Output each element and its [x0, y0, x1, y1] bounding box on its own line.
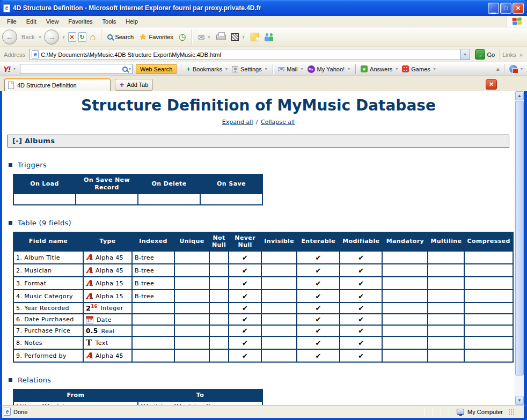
cell-multiline — [428, 314, 464, 325]
cell-compressed — [464, 290, 513, 303]
mail-button[interactable]: ✉ ▾ — [196, 32, 213, 42]
menu-favorites[interactable]: Favorites — [63, 17, 97, 26]
cell-field-name: 4. Music Category — [13, 290, 83, 303]
yahoo-mail-button[interactable]: ✉ Mail ▾ — [278, 65, 304, 73]
add-tab-button[interactable]: + Add Tab — [115, 79, 153, 91]
answers-button[interactable]: ∗ Answers ▾ — [361, 65, 399, 72]
search-icon — [122, 67, 128, 72]
history-button[interactable]: ◷ — [177, 32, 188, 42]
search-dropdown-icon[interactable]: ▾ — [129, 67, 131, 71]
address-input[interactable]: e C:\My Documents\MyMusic.4DB Structure … — [30, 49, 470, 60]
chevron-down-icon: ▾ — [464, 52, 466, 57]
links-bar[interactable]: Links » — [500, 49, 525, 61]
maximize-button[interactable]: □ — [500, 3, 511, 14]
my-yahoo-dropdown-icon[interactable]: ▾ — [348, 67, 350, 71]
web-search-button[interactable]: Web Search — [136, 64, 177, 74]
settings-button[interactable]: Settings ▾ — [232, 66, 268, 72]
trigger-cell — [200, 194, 262, 205]
vertical-scrollbar[interactable]: ▲ ▼ — [515, 91, 524, 405]
cell-modifiable: ✔ — [340, 264, 382, 277]
address-dropdown-button[interactable]: ▾ — [460, 49, 470, 60]
table-row: 4. Music Category AAlpha 15 B-tree ✔ ✔ ✔ — [13, 290, 513, 303]
type-label: Date — [97, 316, 112, 323]
forward-dropdown-icon[interactable]: ▾ — [62, 35, 64, 40]
forward-button[interactable]: → — [44, 30, 59, 45]
answers-dropdown-icon[interactable]: ▾ — [396, 67, 398, 71]
close-button[interactable]: ✕ — [513, 3, 524, 14]
tab-4d-structure-definition[interactable]: 4D Structure Definition — [4, 78, 111, 91]
yahoo-dropdown-icon[interactable]: ▾ — [13, 67, 16, 71]
games-button[interactable]: Games ▾ — [402, 65, 436, 72]
favorites-button[interactable]: ★ Favorites — [137, 32, 175, 42]
menu-help[interactable]: Help — [121, 17, 143, 26]
cell-never-null: ✔ — [229, 290, 261, 303]
bookmarks-button[interactable]: + Bookmarks ▾ — [186, 65, 229, 73]
cell-multiline — [428, 303, 464, 314]
search-button[interactable]: Search — [106, 33, 135, 41]
home-button[interactable]: ⌂ — [89, 31, 98, 43]
scroll-down-button[interactable]: ▼ — [515, 396, 524, 405]
bookmarks-dropdown-icon[interactable]: ▾ — [225, 67, 228, 71]
menu-edit[interactable]: Edit — [21, 17, 41, 26]
cell-multiline — [428, 336, 464, 349]
relations-heading: Relations — [9, 376, 515, 384]
pdf-dropdown-icon[interactable]: ▾ — [521, 67, 523, 71]
cell-invisible — [261, 314, 297, 325]
resize-grip[interactable] — [508, 409, 515, 415]
expand-all-link[interactable]: Expand all — [222, 119, 253, 126]
my-yahoo-button[interactable]: My My Yahoo! ▾ — [308, 65, 352, 73]
yahoo-logo-button[interactable]: Y! ▾ — [3, 64, 17, 73]
minimize-button[interactable]: ▁ — [488, 3, 499, 14]
cell-enterable: ✔ — [297, 290, 340, 303]
go-button[interactable]: → Go — [473, 49, 497, 60]
cell-modifiable: ✔ — [340, 336, 382, 349]
mail-dropdown-icon[interactable]: ▾ — [301, 67, 303, 71]
title-bar[interactable]: e 4D Structure Definition - Microsoft In… — [0, 0, 527, 16]
cell-not-null — [209, 264, 229, 277]
scroll-up-button[interactable]: ▲ — [515, 91, 524, 100]
answers-icon: ∗ — [361, 65, 368, 72]
menu-view[interactable]: View — [41, 17, 64, 26]
cell-modifiable: ✔ — [340, 314, 382, 325]
bookmarks-label: Bookmarks — [193, 66, 222, 72]
edit-dropdown-icon[interactable]: ▾ — [242, 35, 244, 40]
back-button[interactable]: ← — [2, 30, 17, 45]
back-dropdown-icon[interactable]: ▾ — [39, 35, 41, 40]
notes-button[interactable] — [249, 32, 261, 42]
games-dropdown-icon[interactable]: ▾ — [434, 67, 436, 71]
cell-enterable: ✔ — [297, 264, 340, 277]
column-header: Never Null — [229, 232, 261, 252]
cell-never-null: ✔ — [229, 277, 261, 290]
table-row: 1. Album Title AAlpha 45 B-tree ✔ ✔ ✔ — [13, 251, 513, 264]
cell-never-null: ✔ — [229, 251, 261, 264]
scrollbar-track[interactable] — [515, 376, 524, 396]
print-button[interactable] — [215, 33, 228, 41]
column-header: Type — [83, 232, 132, 252]
links-label: Links — [502, 51, 516, 58]
close-toolbar-button[interactable]: ✕ — [486, 79, 497, 90]
trigger-cell — [13, 194, 76, 205]
settings-dropdown-icon[interactable]: ▾ — [265, 67, 267, 71]
menu-file[interactable]: File — [2, 17, 21, 26]
cell-type: TText — [83, 336, 132, 349]
table-row — [13, 194, 262, 205]
albums-section-header[interactable]: [-] Albums — [8, 135, 509, 148]
scrollbar-thumb[interactable] — [515, 101, 524, 375]
type-label: Alpha 45 — [96, 267, 123, 274]
go-arrow-icon: → — [475, 49, 485, 60]
pdf-button[interactable]: ▾ — [509, 65, 524, 73]
cell-mandatory — [382, 336, 428, 349]
menu-tools[interactable]: Tools — [98, 17, 121, 26]
refresh-button[interactable]: ↻ — [78, 32, 86, 42]
cell-modifiable: ✔ — [340, 349, 382, 362]
stop-button[interactable]: ✕ — [68, 32, 76, 42]
cell-modifiable: ✔ — [340, 277, 382, 290]
toolbar-overflow-icon[interactable]: » — [496, 66, 500, 72]
column-header: Indexed — [132, 232, 174, 252]
messenger-button[interactable] — [263, 32, 276, 42]
cell-indexed — [132, 349, 174, 362]
edit-button[interactable]: ▾ — [230, 32, 247, 42]
mail-dropdown-icon[interactable]: ▾ — [208, 35, 210, 40]
collapse-all-link[interactable]: Collapse all — [261, 119, 295, 126]
yahoo-search-input[interactable]: ▾ — [20, 64, 133, 74]
